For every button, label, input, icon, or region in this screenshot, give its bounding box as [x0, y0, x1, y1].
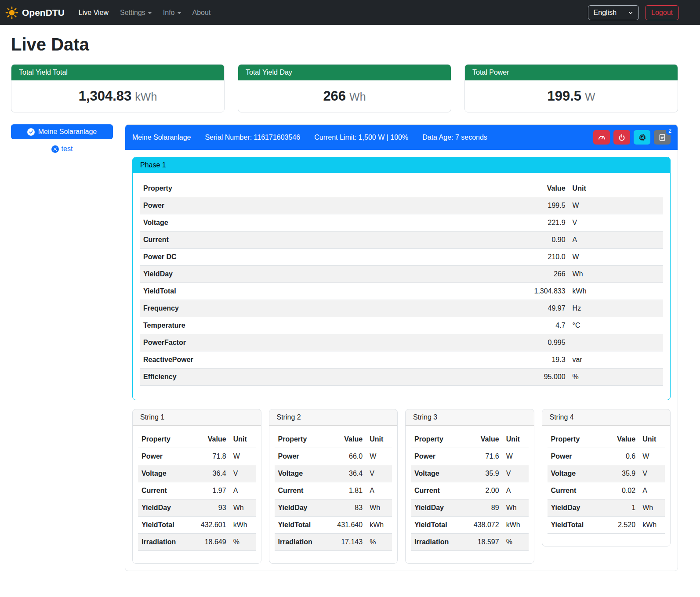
unit-cell: V [639, 465, 665, 482]
col-unit: Unit [503, 431, 529, 448]
value-cell: 18.597 [464, 534, 502, 551]
unit-cell: W [569, 249, 663, 266]
unit-cell: kWh [639, 517, 665, 534]
property-cell: YieldDay [275, 499, 327, 517]
unit-cell [569, 334, 663, 351]
inverter-select-button[interactable]: Meine Solaranlage [11, 124, 113, 139]
col-value: Value [327, 431, 366, 448]
col-property: Property [275, 431, 327, 448]
table-row: Power 199.5 W [140, 197, 663, 214]
property-cell: Power [140, 197, 480, 214]
table-row: Voltage 221.9 V [140, 214, 663, 232]
table-row: Current 2.00 A [411, 482, 529, 499]
limit-settings-button[interactable] [593, 130, 610, 145]
unit-cell: V [230, 465, 256, 482]
property-cell: Current [548, 482, 600, 499]
col-value: Value [191, 431, 229, 448]
string-table: Property Value Unit Power [138, 431, 256, 551]
table-row: PowerFactor 0.995 [140, 334, 663, 351]
unit-cell: Wh [366, 499, 392, 517]
summary-card-unit: kWh [135, 90, 157, 103]
value-cell: 18.649 [191, 534, 229, 551]
unit-cell: V [569, 214, 663, 232]
property-cell: Current [140, 232, 480, 249]
nav-item-info[interactable]: Info [159, 5, 185, 20]
phase-card: Phase 1 Property Value Unit [132, 157, 671, 400]
string-title: String 3 [406, 409, 534, 426]
unit-cell: V [366, 465, 392, 482]
power-icon [618, 134, 626, 141]
value-cell: 71.6 [464, 448, 502, 465]
value-cell: 210.0 [480, 249, 569, 266]
value-cell: 0.6 [600, 448, 639, 465]
table-row: YieldDay 93 Wh [138, 499, 256, 517]
nav-right: English Logout [588, 5, 679, 20]
power-button[interactable] [613, 130, 630, 145]
property-cell: Current [411, 482, 464, 499]
phase-card-body: Property Value Unit Power [133, 173, 670, 400]
device-info-button[interactable] [634, 130, 650, 145]
value-cell: 35.9 [464, 465, 502, 482]
table-header-row: Property Value Unit [411, 431, 529, 448]
value-cell: 1 [600, 499, 639, 517]
unit-cell: W [503, 448, 529, 465]
table-row: Power 66.0 W [275, 448, 392, 465]
property-cell: Irradiation [411, 534, 464, 551]
table-row: Irradiation 18.649 % [138, 534, 256, 551]
string-card-4: String 4 Property Value Unit [542, 409, 671, 546]
table-row: YieldDay 83 Wh [275, 499, 392, 517]
table-header-row: Property Value Unit [548, 431, 665, 448]
table-row: ReactivePower 19.3 var [140, 351, 663, 369]
nav-item-about[interactable]: About [188, 5, 215, 20]
unit-cell: A [230, 482, 256, 499]
brand-link[interactable]: OpenDTU [5, 6, 65, 19]
property-cell: Temperature [140, 317, 480, 334]
table-row: Voltage 35.9 V [548, 465, 665, 482]
value-cell: 199.5 [480, 197, 569, 214]
table-row: Current 1.97 A [138, 482, 256, 499]
summary-card-header: Total Yield Total [11, 65, 224, 80]
unit-cell: W [366, 448, 392, 465]
col-property: Property [138, 431, 191, 448]
property-cell: Voltage [548, 465, 600, 482]
value-cell: 431.640 [327, 517, 366, 534]
table-row: YieldDay 266 Wh [140, 266, 663, 283]
unit-cell: A [366, 482, 392, 499]
value-cell: 4.7 [480, 317, 569, 334]
value-cell: 1,304.833 [480, 283, 569, 300]
brand-text: OpenDTU [22, 7, 65, 18]
property-cell: YieldTotal [138, 517, 191, 534]
unit-cell: °C [569, 317, 663, 334]
event-count-badge: 2 [666, 127, 674, 135]
language-select[interactable]: English [588, 5, 639, 20]
unit-cell: A [503, 482, 529, 499]
property-cell: Frequency [140, 300, 480, 317]
nav-item-settings[interactable]: Settings [116, 5, 156, 20]
value-cell: 1.97 [191, 482, 229, 499]
x-circle-icon [51, 145, 59, 153]
value-cell: 0.02 [600, 482, 639, 499]
string-table: Property Value Unit Power [411, 431, 529, 551]
col-property: Property [548, 431, 600, 448]
col-unit: Unit [569, 180, 663, 197]
value-cell: 36.4 [327, 465, 366, 482]
col-property: Property [140, 180, 480, 197]
value-cell: 266 [480, 266, 569, 283]
value-cell: 66.0 [327, 448, 366, 465]
event-log-button[interactable]: 2 [654, 130, 671, 145]
property-cell: Voltage [411, 465, 464, 482]
table-header-row: Property Value Unit [275, 431, 392, 448]
table-row: YieldDay 1 Wh [548, 499, 665, 517]
inverter-item-test[interactable]: test [11, 145, 113, 153]
table-header-row: Property Value Unit [138, 431, 256, 448]
property-cell: Irradiation [138, 534, 191, 551]
value-cell: 89 [464, 499, 502, 517]
phase-title: Phase 1 [133, 157, 670, 173]
unit-cell: Wh [639, 499, 665, 517]
summary-card-header: Total Power [465, 65, 678, 80]
nav-item-live-view[interactable]: Live View [74, 5, 113, 20]
table-row: Current 0.90 A [140, 232, 663, 249]
string-table: Property Value Unit Power [548, 431, 665, 534]
property-cell: Power DC [140, 249, 480, 266]
logout-button[interactable]: Logout [645, 5, 679, 20]
